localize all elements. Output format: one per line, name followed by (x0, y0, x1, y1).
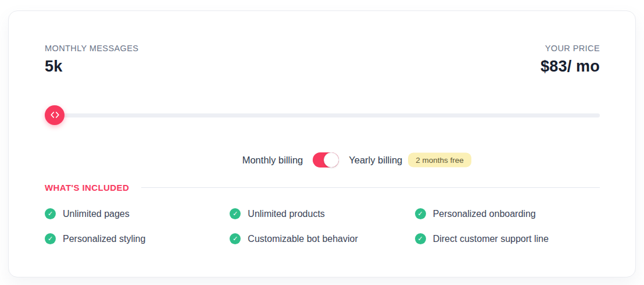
feature-label: Customizable bot behavior (248, 234, 357, 244)
features-grid: ✓ Unlimited pages ✓ Unlimited products ✓… (45, 208, 600, 244)
monthly-messages-value: 5k (45, 58, 138, 76)
whats-included-header: WHAT'S INCLUDED (45, 183, 600, 193)
billing-toggle-row: Monthly billing Yearly billing 2 months … (45, 152, 600, 168)
check-circle-icon: ✓ (230, 208, 241, 219)
check-circle-icon: ✓ (415, 233, 426, 244)
chevron-left-right-icon (50, 110, 60, 120)
months-free-badge: 2 months free (408, 153, 471, 168)
monthly-billing-label[interactable]: Monthly billing (242, 155, 303, 166)
divider (141, 187, 600, 188)
feature-label: Personalized styling (63, 234, 145, 244)
your-price-label: YOUR PRICE (541, 44, 600, 53)
check-circle-icon: ✓ (415, 208, 426, 219)
slider-handle[interactable] (45, 105, 65, 125)
list-item: ✓ Unlimited pages (45, 208, 230, 219)
feature-label: Direct customer support line (433, 234, 549, 244)
whats-included-title: WHAT'S INCLUDED (45, 183, 129, 193)
metrics-row: MONTHLY MESSAGES 5k YOUR PRICE $83/ mo (45, 44, 600, 76)
feature-label: Unlimited pages (63, 209, 130, 219)
list-item: ✓ Personalized onboarding (415, 208, 600, 219)
list-item: ✓ Customizable bot behavior (230, 233, 414, 244)
pricing-card: MONTHLY MESSAGES 5k YOUR PRICE $83/ mo M… (8, 10, 636, 277)
list-item: ✓ Direct customer support line (415, 233, 600, 244)
check-circle-icon: ✓ (45, 233, 56, 244)
list-item: ✓ Unlimited products (230, 208, 414, 219)
messages-slider (45, 105, 600, 125)
slider-track[interactable] (46, 113, 600, 117)
feature-label: Unlimited products (248, 209, 325, 219)
price-value: $83/ mo (541, 58, 600, 76)
yearly-billing-label[interactable]: Yearly billing (349, 155, 402, 165)
toggle-knob[interactable] (324, 152, 339, 168)
check-circle-icon: ✓ (230, 233, 241, 244)
billing-toggle[interactable] (313, 152, 339, 168)
monthly-messages-label: MONTHLY MESSAGES (45, 44, 138, 53)
feature-label: Personalized onboarding (433, 209, 536, 219)
check-circle-icon: ✓ (45, 208, 56, 219)
list-item: ✓ Personalized styling (45, 233, 230, 244)
price-metric: YOUR PRICE $83/ mo (541, 44, 600, 76)
monthly-messages-metric: MONTHLY MESSAGES 5k (45, 44, 138, 76)
